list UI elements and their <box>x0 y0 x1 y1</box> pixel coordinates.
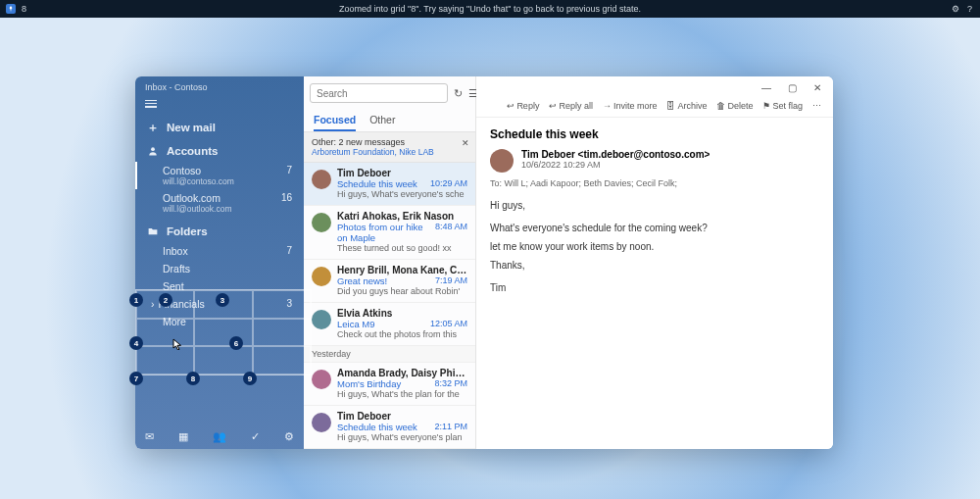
body-line: Hi guys, <box>490 198 819 213</box>
message-item[interactable]: Tim Deboer Schedule this week10:29 AM Hi… <box>304 163 475 206</box>
svg-point-2 <box>151 147 155 151</box>
message-item[interactable]: Katri Ahokas, Erik Nason Photos from our… <box>304 206 475 260</box>
message-time: 7:19 AM <box>435 275 467 286</box>
hamburger-icon[interactable] <box>135 96 304 116</box>
message-preview: Hi guys, What's everyone's sche <box>337 189 467 199</box>
body-line: Tim <box>490 280 819 295</box>
folder-inbox[interactable]: Inbox7 <box>135 242 304 260</box>
other-banner[interactable]: Other: 2 new messages Arboretum Foundati… <box>304 132 475 163</box>
recipients: To: Will L; Aadi Kapoor; Beth Davies; Ce… <box>490 178 819 188</box>
new-mail-button[interactable]: ＋ New mail <box>135 116 304 140</box>
avatar <box>312 370 331 389</box>
message-preview: Hi guys, What's everyone's plan <box>337 432 467 442</box>
folders-label: Folders <box>167 225 208 237</box>
account-email: will.l@outlook.com <box>163 204 232 214</box>
reply-button[interactable]: ↩ Reply <box>507 101 539 111</box>
message-subject: Schedule this week <box>337 422 417 432</box>
account-badge: 7 <box>286 165 292 186</box>
message-item[interactable]: Amanda Brady, Daisy Phillips Mom's Birth… <box>304 363 475 406</box>
message-time: 10:29 AM <box>430 178 467 189</box>
avatar <box>312 413 331 432</box>
message-from: Katri Ahokas, Erik Nason <box>337 211 467 222</box>
calendar-icon[interactable]: ▦ <box>178 430 188 443</box>
close-icon[interactable]: ✕ <box>462 138 469 148</box>
message-from: Elvia Atkins <box>337 308 467 319</box>
folder-sent[interactable]: Sent <box>135 277 304 295</box>
minimize-button[interactable]: ― <box>760 82 772 93</box>
tab-other[interactable]: Other <box>369 110 395 131</box>
message-subject: Great news! <box>337 275 387 286</box>
person-icon <box>147 146 159 156</box>
invite-button[interactable]: → Invite more <box>603 101 658 111</box>
body-line: What's everyone's schedule for the comin… <box>490 221 819 235</box>
message-item[interactable]: Henry Brill, Mona Kane, Cecil F Great ne… <box>304 260 475 303</box>
message-body: Hi guys,What's everyone's schedule for t… <box>490 198 819 295</box>
more-icon[interactable]: ⋯ <box>812 101 821 111</box>
window-title: Inbox - Contoso <box>135 76 304 96</box>
message-subject: Schedule this week <box>490 127 819 141</box>
svg-rect-1 <box>11 10 12 12</box>
message-from: Tim Deboer <box>337 168 467 178</box>
new-mail-label: New mail <box>167 122 216 133</box>
sent-date: 10/6/2022 10:29 AM <box>521 160 710 170</box>
archive-button[interactable]: 🗄 Archive <box>666 101 707 111</box>
message-toolbar: ↩ Reply ↩ Reply all → Invite more 🗄 Arch… <box>476 99 833 118</box>
message-time: 2:11 PM <box>434 422 467 432</box>
body-line: Thanks, <box>490 258 819 273</box>
message-subject: Mom's Birthday <box>337 378 401 389</box>
chevron-right-icon: › <box>151 298 155 310</box>
other-banner-title: Other: 2 new messages <box>312 137 467 147</box>
avatar <box>312 213 331 232</box>
reading-pane: ― ▢ ✕ ↩ Reply ↩ Reply all → Invite more … <box>476 76 833 449</box>
message-list: ↻ ☰ Focused Other Other: 2 new messages … <box>304 76 476 449</box>
message-time: 8:48 AM <box>435 222 467 243</box>
settings-icon[interactable]: ⚙ <box>952 4 959 14</box>
message-subject: Leica M9 <box>337 319 375 329</box>
account-contoso[interactable]: Contoso will.l@contoso.com 7 <box>135 162 304 189</box>
body-line: let me know your work items by noon. <box>490 239 819 254</box>
settings-icon[interactable]: ⚙ <box>284 430 294 443</box>
accounts-label: Accounts <box>167 145 218 157</box>
folder-icon <box>147 226 159 236</box>
sidebar-bottom-bar: ✉ ▦ 👥 ✓ ⚙ <box>135 424 304 449</box>
voice-hint: Zoomed into grid "8". Try saying "Undo t… <box>339 4 641 14</box>
account-outlook[interactable]: Outlook.com will.l@outlook.com 16 <box>135 189 304 217</box>
reply-all-button[interactable]: ↩ Reply all <box>549 101 593 111</box>
folder-drafts[interactable]: Drafts <box>135 260 304 277</box>
account-badge: 16 <box>281 192 292 214</box>
mic-icon[interactable] <box>6 4 16 14</box>
folder-financials[interactable]: ›Financials3 <box>135 295 304 313</box>
message-preview: These turned out so good! xx <box>337 243 467 253</box>
maximize-button[interactable]: ▢ <box>786 82 798 93</box>
help-icon[interactable]: ? <box>967 4 972 14</box>
mail-icon[interactable]: ✉ <box>145 430 154 443</box>
close-button[interactable]: ✕ <box>811 82 823 93</box>
todo-icon[interactable]: ✓ <box>251 430 260 443</box>
people-icon[interactable]: 👥 <box>213 430 226 443</box>
sender: Tim Deboer <tim.deboer@contoso.com> <box>521 149 710 160</box>
message-item[interactable]: Elvia Atkins Leica M912:05 AM Check out … <box>304 303 475 346</box>
sidebar: Inbox - Contoso ＋ New mail Accounts Cont… <box>135 76 304 449</box>
tab-focused[interactable]: Focused <box>314 110 356 131</box>
message-time: 8:32 PM <box>434 378 467 389</box>
account-email: will.l@contoso.com <box>163 176 234 186</box>
folders-header[interactable]: Folders <box>135 221 304 242</box>
account-name: Outlook.com <box>163 192 232 204</box>
svg-rect-0 <box>10 7 12 10</box>
accounts-header[interactable]: Accounts <box>135 140 304 162</box>
message-item[interactable]: Tim Deboer Schedule this week2:11 PM Hi … <box>304 406 475 449</box>
message-from: Henry Brill, Mona Kane, Cecil F <box>337 265 467 275</box>
voice-access-bar: 8 Zoomed into grid "8". Try saying "Undo… <box>0 0 980 18</box>
flag-button[interactable]: ⚑ Set flag <box>762 101 803 111</box>
delete-button[interactable]: 🗑 Delete <box>716 101 753 111</box>
search-input[interactable] <box>310 83 448 103</box>
account-name: Contoso <box>163 165 234 176</box>
mail-window: Inbox - Contoso ＋ New mail Accounts Cont… <box>135 76 833 449</box>
avatar <box>490 149 514 173</box>
folder-more[interactable]: More <box>135 313 304 330</box>
avatar <box>312 170 331 189</box>
message-preview: Hi guys, What's the plan for the <box>337 389 467 399</box>
voice-number: 8 <box>22 4 26 14</box>
message-preview: Did you guys hear about Robin' <box>337 286 467 296</box>
refresh-icon[interactable]: ↻ <box>454 87 463 100</box>
